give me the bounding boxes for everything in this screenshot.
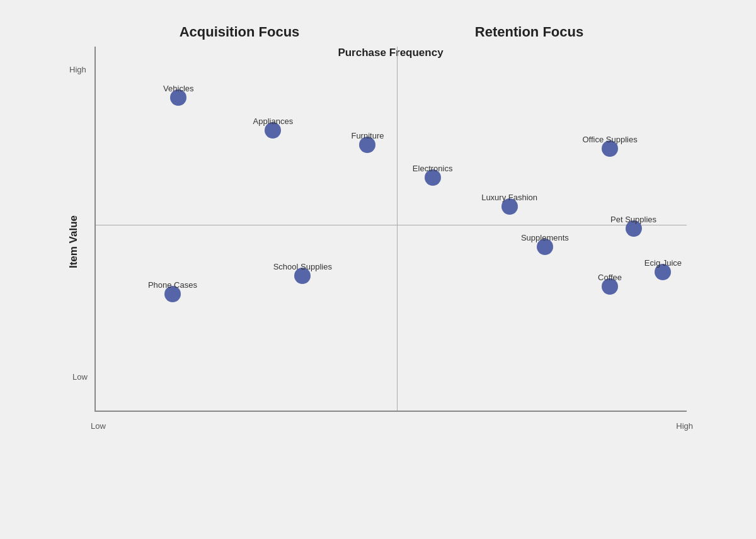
quadrant-labels: Acquisition Focus Retention Focus [32, 24, 724, 40]
label-supplements: Supplements [521, 233, 569, 242]
retention-focus-label: Retention Focus [384, 24, 674, 40]
label-furniture: Furniture [351, 131, 384, 140]
label-phone-cases: Phone Cases [148, 280, 197, 290]
label-appliances: Appliances [253, 116, 294, 126]
label-school-supplies: School Supplies [273, 262, 332, 271]
label-electronics: Electronics [413, 164, 453, 173]
y-tick-high: High [69, 65, 86, 74]
label-vehicles: Vehicles [163, 84, 193, 93]
chart-container: Acquisition Focus Retention Focus Item V… [32, 24, 724, 515]
label-luxury-fashion: Luxury Fashion [481, 193, 537, 202]
y-axis-label: Item Value [67, 215, 80, 268]
vertical-divider [397, 47, 398, 411]
x-tick-high: High [676, 421, 693, 431]
label-ecig-juice: Ecig Juice [644, 258, 682, 268]
label-coffee: Coffee [598, 273, 622, 282]
horizontal-divider [96, 225, 687, 225]
label-pet-supplies: Pet Supplies [610, 215, 656, 224]
plot-area: High Low Low High VehiclesAppliancesFurn… [94, 47, 687, 412]
chart-area: Item Value High Low Low High VehiclesApp… [94, 47, 687, 437]
acquisition-focus-label: Acquisition Focus [94, 24, 384, 40]
y-tick-low: Low [72, 372, 88, 382]
label-office-supplies: Office Supplies [582, 135, 637, 144]
x-tick-low: Low [91, 421, 106, 431]
